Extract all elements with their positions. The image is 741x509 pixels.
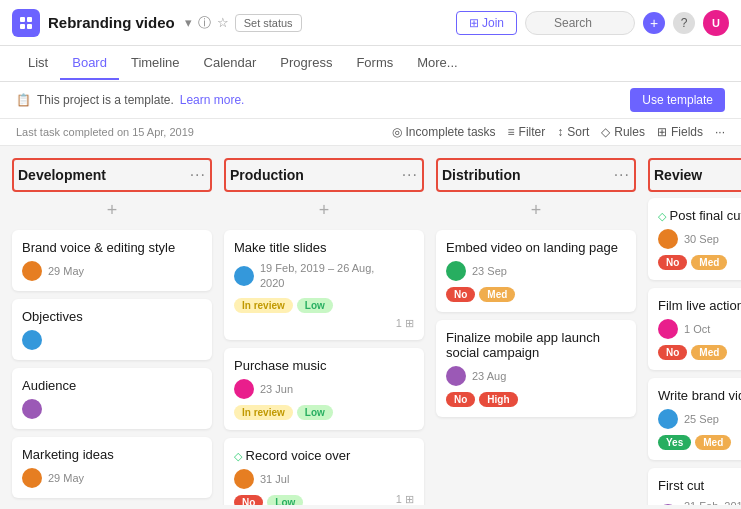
add-icon[interactable]: + [643,12,665,34]
badge-med: Med [479,287,515,302]
card-make-title-slides[interactable]: Make title slides 19 Feb, 2019 – 26 Aug,… [224,230,424,340]
star-icon[interactable]: ☆ [217,15,229,30]
card-marketing-ideas[interactable]: Marketing ideas 29 May [12,437,212,498]
badge-no: No [446,392,475,407]
column-header-distribution: Distribution ··· [436,158,636,192]
card-date-range: 19 Feb, 2019 – 26 Aug,2020 [260,261,374,292]
card-badges: No Low [234,495,303,505]
card-post-final-cut[interactable]: ◇ Post final cut on... 30 Sep No Med [648,198,741,280]
filter-btn[interactable]: ≡ Filter [508,125,546,139]
card-write-brand-video[interactable]: Write brand video sc... 25 Sep Yes Med [648,378,741,460]
status-button[interactable]: Set status [235,14,302,32]
card-meta: 1 Oct [658,319,741,339]
card-brand-voice[interactable]: Brand voice & editing style 29 May [12,230,212,291]
card-badges: No Med [658,255,741,270]
badge-med: Med [691,255,727,270]
card-meta: 23 Jun [234,379,414,399]
badge-no: No [658,345,687,360]
card-title: Marketing ideas [22,447,202,462]
fields-btn[interactable]: ⊞ Fields [657,125,703,139]
column-more-distribution[interactable]: ··· [614,166,630,184]
avatar [658,409,678,429]
avatar [234,379,254,399]
join-button[interactable]: ⊞ Join [456,11,517,35]
avatar [22,399,42,419]
more-btn[interactable]: ··· [715,125,725,139]
card-title: Purchase music [234,358,414,373]
column-header-review: Review — [648,158,741,192]
card-embed-video[interactable]: Embed video on landing page 23 Sep No Me… [436,230,636,312]
toolbar-right: ◎ Incomplete tasks ≡ Filter ↕ Sort ◇ Rul… [392,125,725,139]
add-task-development[interactable]: + [12,198,212,222]
search-input[interactable] [525,11,635,35]
rules-icon: ◇ [601,125,610,139]
sort-label: Sort [567,125,589,139]
card-meta: 31 Jul [234,469,414,489]
svg-rect-0 [20,17,25,22]
card-title: ◇ Record voice over [234,448,414,463]
column-title-distribution: Distribution [442,167,521,183]
card-date: 30 Sep [684,233,719,245]
header-icon-group: ▾ ⓘ ☆ Set status [185,14,302,32]
column-title-development: Development [18,167,106,183]
svg-rect-1 [27,17,32,22]
template-bar: 📋 This project is a template. Learn more… [0,82,741,119]
column-review: Review — ◇ Post final cut on... 30 Sep N… [648,158,741,493]
column-title-review: Review [654,167,702,183]
more-icon: ··· [715,125,725,139]
add-task-production[interactable]: + [224,198,424,222]
card-first-cut[interactable]: First cut 21 Feb, 2019 – 2...2020 No Hig… [648,468,741,505]
tab-progress[interactable]: Progress [268,47,344,80]
tab-board[interactable]: Board [60,47,119,80]
card-title: Write brand video sc... [658,388,741,403]
card-meta [22,330,202,350]
diamond-icon: ◇ [658,210,666,222]
avatar [22,261,42,281]
rules-btn[interactable]: ◇ Rules [601,125,645,139]
column-more-production[interactable]: ··· [402,166,418,184]
header: Rebranding video ▾ ⓘ ☆ Set status ⊞ Join… [0,0,741,46]
tab-list[interactable]: List [16,47,60,80]
tab-more[interactable]: More... [405,47,469,80]
card-date: 23 Jun [260,383,293,395]
add-task-distribution[interactable]: + [436,198,636,222]
card-date: 23 Aug [472,370,506,382]
card-badges: Yes Med [658,435,741,450]
card-film-live-action[interactable]: Film live action foota... 1 Oct No Med [648,288,741,370]
info-icon[interactable]: ⓘ [198,14,211,32]
card-title: Finalize mobile app launch social campai… [446,330,626,360]
help-icon[interactable]: ? [673,12,695,34]
tab-timeline[interactable]: Timeline [119,47,192,80]
card-record-voice-over[interactable]: ◇ Record voice over 31 Jul No Low 1 ⊞ [224,438,424,505]
tab-calendar[interactable]: Calendar [192,47,269,80]
board: Development ··· + Brand voice & editing … [0,146,741,505]
card-title: First cut [658,478,741,493]
sort-btn[interactable]: ↕ Sort [557,125,589,139]
tab-forms[interactable]: Forms [344,47,405,80]
user-avatar[interactable]: U [703,10,729,36]
card-purchase-music[interactable]: Purchase music 23 Jun In review Low [224,348,424,430]
card-date: 31 Jul [260,473,289,485]
column-title-production: Production [230,167,304,183]
incomplete-tasks-btn[interactable]: ◎ Incomplete tasks [392,125,496,139]
card-title: Embed video on landing page [446,240,626,255]
column-more-development[interactable]: ··· [190,166,206,184]
nav-tabs: List Board Timeline Calendar Progress Fo… [0,46,741,82]
badge-yes: Yes [658,435,691,450]
card-audience[interactable]: Audience [12,368,212,429]
filter-label: Filter [519,125,546,139]
dropdown-icon[interactable]: ▾ [185,15,192,30]
badge-med: Med [691,345,727,360]
learn-more-link[interactable]: Learn more. [180,93,245,107]
use-template-button[interactable]: Use template [630,88,725,112]
filter-icon: ≡ [508,125,515,139]
card-badges: In review Low [234,298,414,313]
app-logo[interactable] [12,9,40,37]
card-finalize-social[interactable]: Finalize mobile app launch social campai… [436,320,636,417]
badge-high: High [479,392,517,407]
template-notice-left: 📋 This project is a template. Learn more… [16,93,244,107]
toolbar-last-task: Last task completed on 15 Apr, 2019 [16,126,194,138]
card-date-range: 21 Feb, 2019 – 2...2020 [684,499,741,505]
diamond-icon: ◇ [234,450,242,462]
card-objectives[interactable]: Objectives [12,299,212,360]
